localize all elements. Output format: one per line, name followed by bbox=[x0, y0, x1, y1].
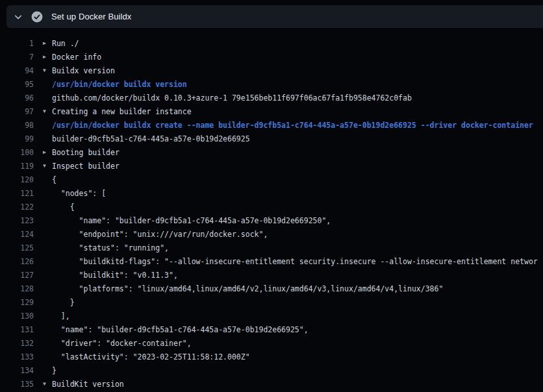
line-number[interactable]: 7 bbox=[0, 53, 34, 62]
triangle-right-icon[interactable]: ▶ bbox=[34, 36, 52, 50]
command-text: /usr/bin/docker buildx create --name bui… bbox=[52, 121, 533, 130]
line-number[interactable]: 94 bbox=[0, 66, 34, 75]
output-text: "name": "builder-d9cfb5a1-c764-445a-a57e… bbox=[52, 216, 331, 225]
line-number[interactable]: 126 bbox=[0, 257, 34, 266]
log-line: 129 } bbox=[0, 295, 543, 309]
line-number[interactable]: 1 bbox=[0, 39, 34, 48]
log-line: 96github.com/docker/buildx 0.10.3+azure-… bbox=[0, 91, 543, 104]
line-number[interactable]: 95 bbox=[0, 80, 34, 89]
triangle-right-icon[interactable]: ▶ bbox=[34, 50, 52, 64]
line-number[interactable]: 131 bbox=[0, 325, 34, 334]
line-number[interactable]: 122 bbox=[0, 202, 34, 212]
log-line: 120{ bbox=[0, 173, 543, 186]
output-text: "nodes": [ bbox=[52, 189, 106, 198]
log-line: 124 "endpoint": "unix:///var/run/docker.… bbox=[0, 227, 543, 241]
group-title: Buildx version bbox=[52, 66, 115, 75]
triangle-down-icon[interactable]: ▼ bbox=[34, 377, 52, 391]
check-circle-icon bbox=[31, 11, 43, 23]
log-group-header[interactable]: 100▶Booting builder bbox=[0, 145, 543, 159]
log-line: 125 "status": "running", bbox=[0, 241, 543, 254]
output-text: } bbox=[52, 298, 75, 307]
group-title: BuildKit version bbox=[52, 380, 124, 389]
output-text: "platforms": "linux/amd64,linux/amd64/v2… bbox=[52, 284, 443, 293]
log-line: 127 "buildkit": "v0.11.3", bbox=[0, 268, 543, 282]
output-text: "endpoint": "unix:///var/run/docker.sock… bbox=[52, 230, 268, 239]
line-number[interactable]: 119 bbox=[0, 162, 34, 171]
log-line: 134} bbox=[0, 363, 543, 377]
step-title: Set up Docker Buildx bbox=[51, 12, 131, 22]
line-number[interactable]: 129 bbox=[0, 298, 34, 307]
triangle-down-icon[interactable]: ▼ bbox=[34, 104, 52, 118]
group-title: Booting builder bbox=[52, 148, 120, 157]
line-number[interactable]: 133 bbox=[0, 352, 34, 361]
output-text: } bbox=[52, 366, 57, 375]
log-line: 130 ], bbox=[0, 309, 543, 323]
line-number[interactable]: 123 bbox=[0, 216, 34, 225]
output-text: { bbox=[52, 202, 75, 212]
line-number[interactable]: 124 bbox=[0, 230, 34, 239]
output-text: github.com/docker/buildx 0.10.3+azure-1 … bbox=[52, 93, 412, 103]
step-header[interactable]: Set up Docker Buildx bbox=[6, 5, 543, 28]
log-line: 99builder-d9cfb5a1-c764-445a-a57e-0b19d2… bbox=[0, 132, 543, 145]
line-number[interactable]: 128 bbox=[0, 284, 34, 293]
line-number[interactable]: 100 bbox=[0, 148, 34, 157]
line-number[interactable]: 125 bbox=[0, 243, 34, 252]
log-line: 122 { bbox=[0, 200, 543, 214]
line-number[interactable]: 121 bbox=[0, 189, 34, 198]
line-number[interactable]: 97 bbox=[0, 107, 34, 116]
log-line: 132 "driver": "docker-container", bbox=[0, 336, 543, 350]
output-text: "name": "builder-d9cfb5a1-c764-445a-a57e… bbox=[52, 325, 309, 334]
group-title: Inspect builder bbox=[52, 162, 120, 171]
line-number[interactable]: 120 bbox=[0, 175, 34, 184]
line-number[interactable]: 134 bbox=[0, 366, 34, 375]
log-line: 121 "nodes": [ bbox=[0, 186, 543, 200]
log-group-header[interactable]: 135▼BuildKit version bbox=[0, 377, 543, 391]
line-number[interactable]: 98 bbox=[0, 121, 34, 130]
log-group-header[interactable]: 94▼Buildx version bbox=[0, 64, 543, 77]
output-text: ], bbox=[52, 312, 70, 321]
line-number[interactable]: 130 bbox=[0, 312, 34, 321]
line-number[interactable]: 99 bbox=[0, 134, 34, 143]
output-text: "buildkitd-flags": "--allow-insecure-ent… bbox=[52, 257, 538, 266]
log-group-header[interactable]: 119▼Inspect builder bbox=[0, 159, 543, 173]
triangle-right-icon[interactable]: ▶ bbox=[34, 145, 52, 159]
log-line: 131 "name": "builder-d9cfb5a1-c764-445a-… bbox=[0, 323, 543, 336]
line-number[interactable]: 135 bbox=[0, 380, 34, 389]
chevron-down-icon[interactable] bbox=[12, 11, 24, 23]
line-number[interactable]: 96 bbox=[0, 93, 34, 103]
group-title: Creating a new builder instance bbox=[52, 107, 192, 116]
triangle-down-icon[interactable]: ▼ bbox=[34, 159, 52, 173]
output-text: "buildkit": "v0.11.3", bbox=[52, 271, 178, 280]
log-line: 98/usr/bin/docker buildx create --name b… bbox=[0, 118, 543, 132]
log-line: 123 "name": "builder-d9cfb5a1-c764-445a-… bbox=[0, 214, 543, 227]
line-number[interactable]: 132 bbox=[0, 339, 34, 348]
command-text: /usr/bin/docker buildx version bbox=[52, 80, 187, 89]
output-text: "driver": "docker-container", bbox=[52, 339, 192, 348]
line-number[interactable]: 127 bbox=[0, 271, 34, 280]
output-text: "lastActivity": "2023-02-25T11:58:12.000… bbox=[52, 352, 250, 361]
output-text: "status": "running", bbox=[52, 243, 169, 252]
output-text: { bbox=[52, 175, 57, 184]
group-title: Run ./ bbox=[52, 39, 79, 48]
output-text: builder-d9cfb5a1-c764-445a-a57e-0b19d2e6… bbox=[52, 134, 250, 143]
group-title: Docker info bbox=[52, 53, 101, 62]
log-group-header[interactable]: 97▼Creating a new builder instance bbox=[0, 104, 543, 118]
log-line: 126 "buildkitd-flags": "--allow-insecure… bbox=[0, 254, 543, 268]
log-line: 128 "platforms": "linux/amd64,linux/amd6… bbox=[0, 282, 543, 295]
log-line: 95/usr/bin/docker buildx version bbox=[0, 77, 543, 91]
log-group-header[interactable]: 1▶Run ./ bbox=[0, 36, 543, 50]
log-line: 133 "lastActivity": "2023-02-25T11:58:12… bbox=[0, 350, 543, 363]
triangle-down-icon[interactable]: ▼ bbox=[34, 64, 52, 77]
log-area: 1▶Run ./7▶Docker info94▼Buildx version95… bbox=[0, 29, 543, 392]
log-group-header[interactable]: 7▶Docker info bbox=[0, 50, 543, 64]
